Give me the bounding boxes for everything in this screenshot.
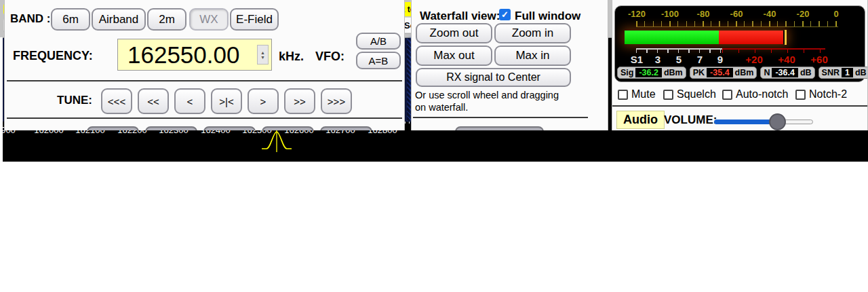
meter-scale-label: -40 (764, 9, 776, 19)
spinner-down-icon[interactable]: ▼ (260, 55, 265, 60)
meter-scale-label: -120 (628, 9, 646, 19)
notch2-label[interactable]: Notch-2 (809, 88, 847, 101)
band-label: BAND : (10, 12, 51, 26)
divider (612, 105, 867, 107)
squelch-checkbox[interactable] (663, 90, 673, 100)
websdr-page: Please join FaceBook Group WASHINGTON DC… (0, 0, 868, 292)
squelch-option: Squelch (663, 88, 716, 101)
meter-scale-label: -20 (797, 9, 810, 19)
band-button-2m[interactable]: 2m (147, 8, 186, 31)
vfo-ab-button[interactable]: A/B (356, 33, 401, 50)
plus-scale-label: +40 (778, 54, 795, 65)
pk-unit: dBm (735, 68, 754, 77)
sig-unit: dBm (664, 68, 683, 77)
frequency-spinner[interactable]: ▲ ▼ (257, 45, 269, 65)
s-scale-label: 9 (717, 54, 723, 65)
notch2-option: Notch-2 (795, 88, 847, 101)
tune-up-1-button[interactable]: > (248, 88, 279, 114)
tune-down-2-button[interactable]: << (138, 88, 169, 114)
plus-scale-label: +60 (810, 54, 827, 65)
mode-button-partial[interactable] (320, 126, 372, 130)
sig-readout: Sig -36.2 dBm (617, 67, 686, 79)
full-window-label[interactable]: Full window (515, 10, 580, 23)
meter-s-ticks (636, 48, 722, 53)
max-in-button[interactable]: Max in (494, 45, 571, 66)
divider (7, 80, 402, 81)
tune-down-1-button[interactable]: < (174, 88, 205, 114)
mode-button-partial[interactable] (87, 126, 139, 130)
waterfall-view-panel: Waterfall view: ✓ Full window Zoom out Z… (411, 0, 608, 130)
auto-notch-label[interactable]: Auto-notch (736, 88, 788, 101)
pk-value: -35.4 (707, 68, 733, 77)
meter-scale-label: 0 (833, 9, 838, 19)
tune-up-2-button[interactable]: >> (284, 88, 315, 114)
meter-plus-ticks (722, 48, 825, 53)
vfo-aeqb-button[interactable]: A=B (356, 52, 401, 69)
auto-notch-option: Auto-notch (722, 88, 788, 101)
noise-readout: N -36.4 dB (760, 67, 814, 79)
signal-bar (625, 31, 786, 44)
scroll-hint-line2: on waterfall. (415, 102, 468, 113)
mode-button-partial[interactable] (145, 126, 197, 130)
mode-button-partial[interactable] (203, 126, 256, 130)
rx-to-center-button[interactable]: RX signal to Center (416, 68, 571, 87)
s-scale-label: 5 (676, 54, 682, 65)
spinner-up-icon[interactable]: ▲ (260, 50, 265, 55)
s-meter: -120 -100 -80 -60 -40 -20 0 S1 3 5 7 9 +… (614, 5, 865, 82)
sig-label: Sig (620, 68, 633, 77)
squelch-label[interactable]: Squelch (677, 88, 716, 101)
band-button-wx[interactable]: WX (189, 8, 229, 31)
tuning-panel: BAND : 6m Airband 2m WX E-Field FREQUENC… (4, 0, 405, 130)
divider (413, 117, 588, 118)
mute-label[interactable]: Mute (631, 88, 656, 101)
meter-top-ticks (636, 21, 838, 27)
tune-label: TUNE: (57, 94, 92, 107)
volume-track-filled[interactable] (714, 120, 771, 124)
volume-slider-thumb[interactable] (769, 113, 786, 130)
tune-center-button[interactable]: >|< (211, 88, 242, 114)
meter-scale-label: -100 (661, 9, 679, 19)
sig-value: -36.2 (635, 68, 662, 77)
full-window-checkbox[interactable]: ✓ (499, 9, 511, 20)
meter-scale-label: -60 (730, 9, 743, 19)
tune-up-3-button[interactable]: >>> (321, 88, 352, 114)
scroll-hint-line1: Or use scroll wheel and dragging (415, 90, 559, 101)
snr-label: SNR (822, 68, 840, 77)
checkmark-icon: ✓ (501, 10, 509, 20)
snr-unit: dB (855, 68, 867, 77)
plus-scale-label: +20 (745, 54, 762, 65)
mute-option: Mute (618, 88, 656, 101)
s-scale-label: 3 (655, 54, 660, 65)
peak-marker (785, 30, 787, 45)
partial-button[interactable] (455, 126, 544, 130)
snr-value: 1 (842, 68, 853, 77)
divider (7, 117, 402, 119)
mode-button-partial[interactable] (262, 126, 314, 130)
peak-readout: PK -35.4 dBm (690, 67, 757, 79)
max-out-button[interactable]: Max out (416, 45, 492, 66)
pk-label: PK (693, 68, 705, 77)
zoom-in-button[interactable]: Zoom in (494, 23, 571, 43)
vfo-label: VFO: (315, 50, 344, 64)
s-scale-label: S1 (631, 54, 643, 65)
audio-tab[interactable]: Audio (616, 111, 665, 129)
s-scale-label: 7 (697, 54, 703, 65)
volume-label: VOLUME: (664, 113, 717, 127)
auto-notch-checkbox[interactable] (722, 90, 732, 100)
meter-scale-label: -80 (697, 9, 710, 19)
band-button-airband[interactable]: Airband (92, 8, 146, 31)
meter-readouts: Sig -36.2 dBm PK -35.4 dBm N -36.4 dB SN… (617, 67, 868, 79)
signal-bar-green (625, 31, 719, 44)
snr-readout: SNR 1 dB (818, 67, 868, 79)
frequency-label: FREQUENCY: (13, 49, 93, 63)
n-label: N (764, 68, 770, 77)
band-button-efield[interactable]: E-Field (230, 8, 279, 31)
tune-down-3-button[interactable]: <<< (101, 88, 132, 114)
audio-label: Audio (623, 113, 658, 127)
band-button-6m[interactable]: 6m (51, 8, 90, 31)
zoom-out-button[interactable]: Zoom out (416, 23, 492, 43)
frequency-input[interactable] (117, 39, 272, 71)
notch2-checkbox[interactable] (795, 90, 806, 100)
khz-label: kHz. (279, 50, 304, 64)
mute-checkbox[interactable] (618, 90, 628, 100)
